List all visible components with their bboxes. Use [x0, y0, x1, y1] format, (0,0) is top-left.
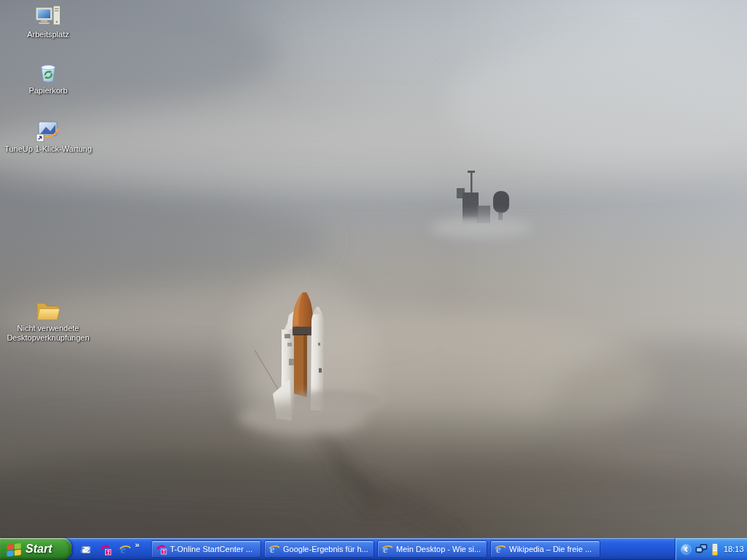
outlook-express-launch-button[interactable] [79, 542, 92, 556]
folder-icon [35, 300, 61, 322]
desktop-icon-label: Nicht verwendete Desktopverknüpfungen [0, 324, 96, 343]
svg-text:e: e [270, 543, 275, 555]
desktop-icon-label: TuneUp 1-Klick-Wartung [4, 144, 92, 154]
internet-explorer-icon: e [119, 543, 131, 556]
desktop: Arbeitsplatz Papierkorb [0, 0, 747, 560]
quick-launch-overflow-chevron[interactable]: » [135, 540, 139, 549]
hide-tray-icons-chevron[interactable] [681, 544, 692, 555]
taskbar: Start T e [0, 538, 747, 560]
desktop-icon-arbeitsplatz[interactable]: Arbeitsplatz [0, 4, 96, 39]
task-button-t-online-startcenter[interactable]: T T-Online StartCenter ... [151, 540, 261, 558]
start-button-label: Start [26, 542, 55, 556]
network-connection-icon[interactable] [695, 544, 708, 554]
internet-explorer-icon: e [495, 543, 506, 555]
task-button-label: Google-Ergebnis für h... [283, 545, 368, 553]
desktop-icon-tuneup[interactable]: TuneUp 1-Klick-Wartung [0, 120, 96, 154]
t-online-icon: T [155, 543, 167, 555]
desktop-icon-label: Papierkorb [28, 86, 67, 96]
svg-text:T: T [163, 549, 166, 554]
task-button-mein-desktop[interactable]: e Mein Desktop - Wie si... [377, 540, 487, 558]
tuneup-shortcut-icon [36, 120, 61, 142]
t-online-launch-button[interactable]: T [98, 542, 112, 556]
dsl-status-icon[interactable] [711, 543, 719, 556]
task-button-google-ergebnis[interactable]: e Google-Ergebnis für h... [264, 540, 374, 558]
desktop-icon-papierkorb[interactable]: Papierkorb [0, 61, 96, 96]
wallpaper-image [0, 0, 747, 538]
outlook-express-icon [80, 543, 92, 556]
internet-explorer-launch-button[interactable]: e [118, 542, 131, 556]
task-button-wikipedia[interactable]: e Wikipedia – Die freie ... [490, 540, 600, 558]
svg-text:e: e [496, 543, 501, 555]
desktop-icon-label: Arbeitsplatz [27, 30, 69, 39]
internet-explorer-icon: e [382, 543, 393, 555]
tray-clock[interactable]: 18:13 [724, 545, 744, 553]
svg-text:e: e [120, 543, 125, 556]
t-online-icon: T [99, 543, 112, 556]
task-button-label: T-Online StartCenter ... [170, 545, 252, 553]
svg-text:e: e [383, 543, 388, 555]
system-tray: 18:13 [675, 538, 747, 560]
quick-launch-toolbar: T e » [75, 538, 148, 560]
internet-explorer-icon: e [268, 543, 280, 555]
desktop-icon-unused-shortcuts-folder[interactable]: Nicht verwendete Desktopverknüpfungen [0, 300, 96, 343]
start-button[interactable]: Start [0, 538, 71, 560]
task-button-area: T T-Online StartCenter ... e Google-Erge… [151, 540, 600, 558]
task-button-label: Wikipedia – Die freie ... [509, 545, 592, 553]
windows-flag-icon [7, 542, 22, 556]
task-button-label: Mein Desktop - Wie si... [396, 545, 481, 553]
recycle-bin-icon [36, 61, 60, 84]
my-computer-icon [35, 4, 61, 28]
